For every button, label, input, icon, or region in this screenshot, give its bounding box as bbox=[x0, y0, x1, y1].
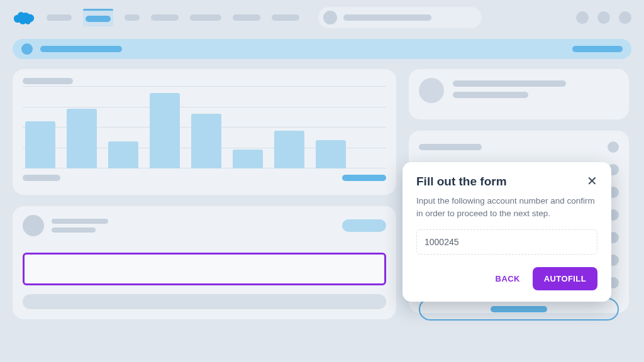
bar-chart bbox=[23, 87, 386, 168]
nav-item[interactable] bbox=[233, 14, 260, 21]
salesforce-logo-icon bbox=[13, 9, 35, 26]
chart-title bbox=[23, 78, 73, 84]
modal-description: Input the following account number and c… bbox=[416, 195, 597, 219]
close-icon[interactable]: ✕ bbox=[587, 175, 597, 187]
profile-line bbox=[453, 80, 566, 87]
header-title bbox=[40, 46, 122, 52]
autofill-button[interactable]: AUTOFILL bbox=[533, 267, 597, 290]
account-number-input[interactable] bbox=[23, 253, 386, 285]
chart-bar bbox=[108, 141, 138, 168]
nav-action-icon[interactable] bbox=[597, 11, 610, 24]
autofill-modal: Fill out the form ✕ Input the following … bbox=[402, 162, 611, 302]
profile-line bbox=[453, 92, 528, 98]
svg-point-5 bbox=[25, 19, 31, 25]
nav-tab-active[interactable] bbox=[83, 9, 113, 26]
nav-item[interactable] bbox=[125, 14, 140, 21]
search-placeholder bbox=[343, 14, 431, 21]
search-icon bbox=[323, 11, 337, 25]
list-item[interactable] bbox=[409, 140, 629, 155]
back-button[interactable]: BACK bbox=[488, 268, 528, 290]
global-search[interactable] bbox=[318, 7, 482, 28]
record-title bbox=[52, 219, 108, 224]
chart-footer-link[interactable] bbox=[342, 175, 386, 181]
nav-action-icon[interactable] bbox=[619, 11, 631, 24]
chart-bar bbox=[274, 131, 304, 168]
chart-bar bbox=[67, 109, 97, 168]
chart-bar bbox=[150, 93, 180, 168]
chart-card bbox=[13, 69, 396, 195]
record-subtitle bbox=[52, 228, 96, 233]
nav-action-icon[interactable] bbox=[576, 11, 589, 24]
modal-title: Fill out the form bbox=[416, 175, 507, 189]
chart-footer-label bbox=[23, 175, 60, 181]
chart-bar bbox=[316, 140, 346, 169]
chart-bar bbox=[25, 121, 55, 168]
account-number-display[interactable]: 1000245 bbox=[416, 229, 597, 255]
row-action-icon[interactable] bbox=[608, 141, 619, 153]
chart-bar bbox=[191, 114, 221, 168]
nav-item[interactable] bbox=[47, 14, 72, 21]
top-nav bbox=[0, 0, 644, 35]
form-card bbox=[13, 206, 396, 319]
profile-card bbox=[409, 69, 629, 119]
avatar-icon bbox=[419, 78, 444, 103]
nav-item[interactable] bbox=[190, 14, 221, 21]
record-avatar-icon bbox=[23, 215, 44, 236]
nav-item[interactable] bbox=[272, 14, 299, 21]
header-icon bbox=[21, 43, 33, 55]
chart-bar bbox=[233, 150, 263, 168]
page-header-bar bbox=[13, 39, 631, 59]
status-badge[interactable] bbox=[342, 219, 386, 232]
nav-item[interactable] bbox=[151, 14, 179, 21]
header-action[interactable] bbox=[572, 46, 623, 52]
form-footer-bar bbox=[23, 294, 386, 309]
